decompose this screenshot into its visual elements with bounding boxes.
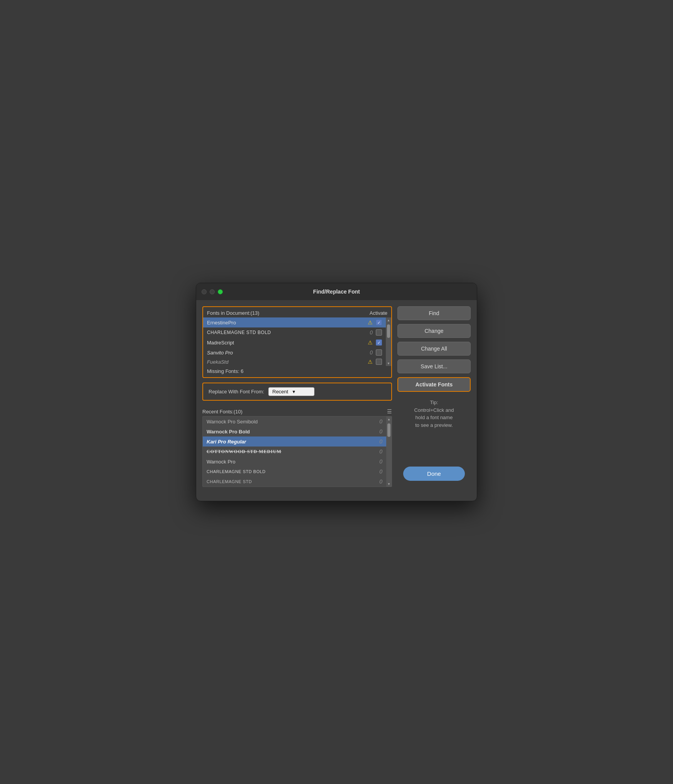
warning-icon-ernestinepro: ⚠ <box>368 319 373 326</box>
list-view-icon[interactable]: ☰ <box>387 408 392 415</box>
fonts-in-doc-label: Fonts in Document:(13) <box>207 310 259 316</box>
italic-o-charlemagne-bold-recent: 0 <box>379 468 382 475</box>
right-bottom-area: Done <box>397 434 471 487</box>
replace-with-dropdown[interactable]: Recent ▾ <box>268 387 315 396</box>
scroll-down-arrow[interactable]: ▼ <box>386 361 391 366</box>
warning-icon-fuekastd: ⚠ <box>368 359 373 365</box>
checkbox-madrescript[interactable] <box>376 339 382 346</box>
window-content: Fonts in Document:(13) Activate Ernestin… <box>196 300 477 493</box>
recent-font-row-charlemagne[interactable]: CHARLEMAGNE STD 0 <box>203 477 386 487</box>
italic-o-charlemagne: 0 <box>379 478 382 485</box>
scroll-thumb-area <box>386 323 391 361</box>
tip-text: Tip:Control+Click andhold a font nameto … <box>397 397 471 430</box>
font-name-sanvito: Sanvito Pro <box>207 350 367 356</box>
recent-font-row-cottonwood[interactable]: COTTONWOOD STD MEDIUM 0 <box>203 447 386 457</box>
scroll-up-arrow[interactable]: ▲ <box>386 317 391 323</box>
replace-with-box: Replace With Font From: Recent ▾ <box>202 383 392 401</box>
fonts-in-doc-list: ErnestinePro ⚠ CHARLEMAGNE STD BOLD 0 <box>203 317 391 366</box>
dropdown-arrow-icon: ▾ <box>293 389 310 395</box>
bottom-spacer <box>196 493 477 501</box>
rfont-name-warnock-bold: Warnock Pro Bold <box>207 429 376 435</box>
font-list-inner: ErnestinePro ⚠ CHARLEMAGNE STD BOLD 0 <box>203 317 386 366</box>
fonts-doc-scrollbar[interactable]: ▲ ▼ <box>386 317 391 366</box>
font-name-madrescript: MadreScript <box>207 340 365 346</box>
fonts-in-doc-header: Fonts in Document:(13) Activate <box>203 307 391 317</box>
recent-scroll-down-arrow[interactable]: ▼ <box>386 481 392 487</box>
recent-scroll-thumb-area <box>386 422 392 481</box>
warning-icon-madrescript: ⚠ <box>368 339 373 346</box>
title-bar: Find/Replace Font <box>196 283 477 300</box>
font-name-fuekastd: FuekaStd <box>207 359 365 365</box>
rfont-name-warnock-semibold: Warnock Pro Semibold <box>207 419 376 425</box>
font-row-fuekastd[interactable]: FuekaStd ⚠ <box>203 358 386 366</box>
find-button[interactable]: Find <box>397 306 471 320</box>
window-title: Find/Replace Font <box>313 289 360 295</box>
recent-font-row-kari[interactable]: Kari Pro Regular 0 <box>203 436 386 447</box>
checkbox-fuekastd[interactable] <box>376 359 382 365</box>
font-row-madrescript[interactable]: MadreScript ⚠ <box>203 337 386 348</box>
minimize-button[interactable] <box>210 289 215 294</box>
italic-o-sanvito: 0 <box>370 349 373 356</box>
right-panel: Find Change Change All Save List... Acti… <box>397 306 471 487</box>
recent-font-row-warnock-bold[interactable]: Warnock Pro Bold 0 <box>203 426 386 436</box>
activate-fonts-button[interactable]: Activate Fonts <box>397 377 471 392</box>
recent-font-row-charlemagne-bold[interactable]: CHARLEMAGNE STD BOLD 0 <box>203 467 386 477</box>
done-button[interactable]: Done <box>403 467 465 481</box>
rfont-name-kari: Kari Pro Regular <box>207 439 376 445</box>
replace-with-label: Replace With Font From: <box>209 389 264 395</box>
italic-o-cottonwood: 0 <box>379 448 382 455</box>
left-panel: Fonts in Document:(13) Activate Ernestin… <box>202 306 392 487</box>
missing-fonts-label: Missing Fonts: 6 <box>203 366 391 377</box>
italic-o-warnock: 0 <box>379 458 382 465</box>
replace-with-selected: Recent <box>273 389 290 395</box>
activate-column-label: Activate <box>370 310 387 316</box>
recent-scroll-thumb[interactable] <box>387 423 390 437</box>
scroll-thumb[interactable] <box>387 324 390 338</box>
fonts-in-document-box: Fonts in Document:(13) Activate Ernestin… <box>202 306 392 378</box>
font-row-sanvito[interactable]: Sanvito Pro 0 <box>203 348 386 358</box>
font-row-charlemagne-bold[interactable]: CHARLEMAGNE STD BOLD 0 <box>203 327 386 337</box>
italic-o-warnock-bold: 0 <box>379 428 382 435</box>
maximize-button[interactable] <box>218 289 223 294</box>
recent-fonts-label: Recent Fonts:(10) <box>202 409 242 415</box>
rfont-name-cottonwood: COTTONWOOD STD MEDIUM <box>207 449 376 455</box>
traffic-lights <box>202 289 223 294</box>
recent-fonts-scrollbar[interactable]: ▲ ▼ <box>386 416 392 487</box>
recent-scroll-up-arrow[interactable]: ▲ <box>386 416 392 422</box>
find-replace-font-window: Find/Replace Font Fonts in Document:(13)… <box>196 283 477 501</box>
change-button[interactable]: Change <box>397 324 471 338</box>
rfont-name-charlemagne: CHARLEMAGNE STD <box>207 479 376 484</box>
rfont-name-charlemagne-bold-recent: CHARLEMAGNE STD BOLD <box>207 469 376 474</box>
rfont-name-warnock: Warnock Pro <box>207 459 376 465</box>
recent-font-list-inner: Warnock Pro Semibold 0 Warnock Pro Bold … <box>203 416 386 487</box>
font-row-ernestinepro[interactable]: ErnestinePro ⚠ <box>203 317 386 327</box>
recent-font-row-warnock[interactable]: Warnock Pro 0 <box>203 457 386 467</box>
recent-fonts-section: Recent Fonts:(10) ☰ Warnock Pro Semibold… <box>202 405 392 487</box>
checkbox-sanvito[interactable] <box>376 349 382 356</box>
save-list-button[interactable]: Save List... <box>397 359 471 373</box>
checkbox-charlemagne-bold[interactable] <box>376 329 382 336</box>
italic-o-charlemagne-bold: 0 <box>370 329 373 336</box>
italic-o-warnock-semibold: 0 <box>379 418 382 425</box>
checkbox-ernestinepro[interactable] <box>376 319 382 326</box>
close-button[interactable] <box>202 289 207 294</box>
recent-font-row-warnock-semibold[interactable]: Warnock Pro Semibold 0 <box>203 416 386 426</box>
recent-font-list-with-scroll: Warnock Pro Semibold 0 Warnock Pro Bold … <box>203 416 392 487</box>
recent-font-list-wrapper: Warnock Pro Semibold 0 Warnock Pro Bold … <box>202 416 392 487</box>
font-name-charlemagne-bold: CHARLEMAGNE STD BOLD <box>207 330 367 335</box>
recent-fonts-header: Recent Fonts:(10) ☰ <box>202 405 392 416</box>
font-name-ernestinepro: ErnestinePro <box>207 320 365 326</box>
italic-o-kari: 0 <box>379 438 382 445</box>
change-all-button[interactable]: Change All <box>397 342 471 356</box>
